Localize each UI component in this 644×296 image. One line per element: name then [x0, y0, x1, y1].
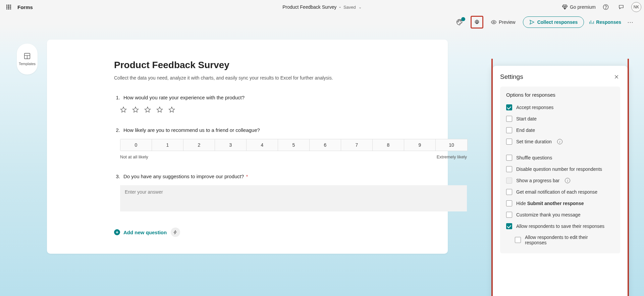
style-button[interactable] — [453, 16, 466, 28]
settings-button[interactable] — [471, 16, 483, 29]
feedback-button[interactable] — [616, 2, 627, 12]
info-icon[interactable]: i — [565, 178, 570, 183]
info-icon[interactable]: i — [557, 139, 562, 144]
nps-option-0[interactable]: 0 — [120, 139, 152, 151]
checkbox-disable-question-number[interactable] — [506, 166, 512, 172]
option-shuffle-questions: Shuffle questions — [506, 152, 614, 163]
question-number: 2. — [114, 127, 120, 133]
form-title[interactable]: Product Feedback Survey — [114, 60, 381, 70]
settings-highlight: Settings Options for responses Accept re… — [491, 64, 629, 296]
svg-point-2 — [458, 21, 458, 22]
star-2[interactable] — [132, 106, 139, 113]
add-question-button[interactable]: + Add new question — [114, 229, 167, 235]
nps-option-5[interactable]: 5 — [278, 139, 310, 151]
star-rating — [120, 106, 381, 113]
go-premium-label: Go premium — [570, 4, 596, 10]
checkbox-time-duration[interactable] — [506, 139, 512, 145]
chat-icon — [618, 4, 624, 10]
save-status: Saved — [343, 5, 356, 10]
more-button[interactable]: ⋯ — [626, 18, 635, 26]
nps-option-9[interactable]: 9 — [404, 139, 436, 151]
preview-button[interactable]: Preview — [488, 16, 518, 28]
svg-point-6 — [493, 21, 495, 23]
templates-tab[interactable]: Templates — [17, 44, 38, 75]
checkbox-accept-responses[interactable] — [506, 104, 512, 110]
option-disable-question-number: Disable question number for respondents — [506, 163, 614, 175]
checkbox-start-date[interactable] — [506, 116, 512, 122]
title-separator: - — [339, 4, 341, 10]
help-button[interactable] — [600, 2, 611, 12]
chevron-down-icon[interactable]: ⌄ — [359, 5, 362, 9]
nps-scale: 0 1 2 3 4 5 6 7 8 9 10 — [120, 139, 468, 151]
close-icon — [614, 75, 619, 79]
checkbox-hide-submit-another[interactable] — [506, 200, 512, 206]
settings-title: Settings — [500, 73, 523, 81]
nps-option-10[interactable]: 10 — [436, 139, 467, 151]
option-label: Hide Submit another response — [516, 201, 584, 206]
option-email-notification: Get email notification of each response — [506, 186, 614, 198]
checkbox-customize-thanks[interactable] — [506, 212, 512, 218]
svg-point-3 — [459, 20, 459, 21]
option-label: Shuffle questions — [516, 155, 552, 160]
form-card: Product Feedback Survey Collect the data… — [47, 40, 448, 254]
star-1[interactable] — [120, 106, 127, 113]
question-number: 3. — [114, 174, 120, 179]
settings-panel: Settings Options for responses Accept re… — [493, 66, 628, 296]
option-hide-submit-another: Hide Submit another response — [506, 198, 614, 209]
nps-labels: Not at all likely Extremely likely — [120, 154, 467, 159]
diamond-icon — [562, 4, 568, 10]
app-title[interactable]: Forms — [17, 4, 33, 10]
templates-icon — [23, 52, 31, 60]
responses-label: Responses — [596, 19, 621, 25]
question-2[interactable]: 2. How likely are you to recommend us to… — [114, 127, 381, 159]
nps-option-7[interactable]: 7 — [341, 139, 373, 151]
star-5[interactable] — [168, 106, 175, 113]
question-3[interactable]: 3. Do you have any suggestions to improv… — [114, 174, 381, 213]
send-icon — [529, 19, 535, 25]
nps-option-4[interactable]: 4 — [247, 139, 278, 151]
option-label: Allow respondents to edit their response… — [525, 235, 599, 245]
nps-option-3[interactable]: 3 — [215, 139, 247, 151]
go-premium-button[interactable]: Go premium — [562, 4, 596, 10]
close-button[interactable] — [613, 73, 620, 81]
chart-icon — [589, 19, 594, 25]
option-label: Show a progress bar — [516, 178, 559, 183]
section-title: Options for responses — [506, 92, 614, 98]
app-launcher-button[interactable] — [3, 1, 15, 13]
add-question-label: Add new question — [123, 230, 167, 235]
form-name[interactable]: Product Feedback Survey — [282, 4, 336, 10]
add-question-row: + Add new question — [114, 228, 381, 237]
star-4[interactable] — [156, 106, 163, 113]
form-description[interactable]: Collect the data you need, analyze it wi… — [114, 75, 381, 81]
nps-high-label: Extremely likely — [437, 154, 467, 159]
option-label: Accept responses — [516, 105, 553, 110]
responses-button[interactable]: Responses — [589, 19, 621, 25]
option-label: End date — [516, 128, 535, 133]
star-3[interactable] — [144, 106, 151, 113]
nps-option-8[interactable]: 8 — [373, 139, 404, 151]
checkbox-allow-edit[interactable] — [515, 237, 521, 243]
checkbox-allow-save[interactable] — [506, 223, 512, 229]
checkbox-shuffle-questions[interactable] — [506, 155, 512, 161]
svg-point-1 — [605, 8, 606, 9]
option-allow-save: Allow respondents to save their response… — [506, 220, 614, 232]
nps-option-2[interactable]: 2 — [183, 139, 215, 151]
checkbox-progress-bar — [506, 178, 512, 184]
content-area: Product Feedback Survey Collect the data… — [0, 30, 644, 296]
checkbox-end-date[interactable] — [506, 127, 512, 133]
preview-label: Preview — [499, 19, 516, 25]
question-1[interactable]: 1. How would you rate your experience wi… — [114, 95, 381, 113]
svg-point-4 — [460, 20, 461, 21]
answer-textarea[interactable] — [120, 185, 467, 211]
checkbox-email-notification[interactable] — [506, 189, 512, 195]
plus-icon: + — [114, 229, 120, 235]
option-label: Allow respondents to save their response… — [516, 224, 604, 229]
suggest-questions-button[interactable] — [171, 228, 180, 237]
nps-option-6[interactable]: 6 — [310, 139, 341, 151]
option-label: Set time duration — [516, 139, 552, 144]
nps-low-label: Not at all likely — [120, 154, 148, 159]
user-avatar[interactable]: NK — [631, 2, 641, 12]
collect-responses-button[interactable]: Collect responses — [523, 16, 584, 28]
required-indicator: * — [246, 174, 248, 179]
nps-option-1[interactable]: 1 — [152, 139, 183, 151]
